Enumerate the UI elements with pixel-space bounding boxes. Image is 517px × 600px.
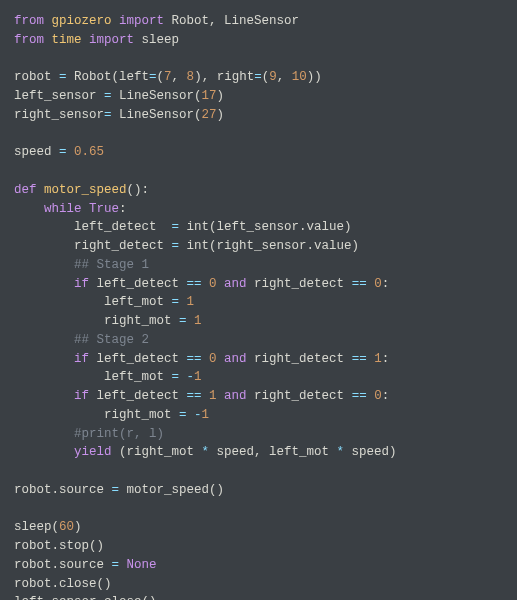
code-token: : xyxy=(382,352,390,366)
code-token: speed xyxy=(14,145,59,159)
code-token: == xyxy=(352,277,375,291)
code-token: robot.source xyxy=(14,483,112,497)
code-token: ) xyxy=(217,89,225,103)
code-token: LineSensor( xyxy=(119,89,202,103)
code-token: LineSensor( xyxy=(119,108,202,122)
code-token: from xyxy=(14,14,52,28)
code-token xyxy=(217,277,225,291)
code-token: robot.source xyxy=(14,558,112,572)
code-token: = xyxy=(172,220,187,234)
code-token: 8 xyxy=(187,70,195,84)
code-token: 0 xyxy=(374,389,382,403)
code-token: ) xyxy=(217,108,225,122)
code-token: robot.close() xyxy=(14,577,112,591)
code-token: and xyxy=(224,389,254,403)
code-token: while xyxy=(44,202,89,216)
code-token: right_mot xyxy=(14,314,179,328)
code-token: speed) xyxy=(352,445,397,459)
code-token: right_detect xyxy=(254,277,352,291)
code-token: left_detect xyxy=(97,389,187,403)
code-token: from xyxy=(14,33,52,47)
code-token: ) xyxy=(74,520,82,534)
code-token: if xyxy=(74,352,97,366)
code-token: 1 xyxy=(374,352,382,366)
code-token: sleep xyxy=(142,33,180,47)
code-token: left_mot xyxy=(14,370,172,384)
code-token xyxy=(217,389,225,403)
code-token: 1 xyxy=(194,370,202,384)
code-token: robot.stop() xyxy=(14,539,104,553)
code-block: from gpiozero import Robot, LineSensor f… xyxy=(0,0,517,600)
code-token: = xyxy=(172,370,187,384)
code-token: and xyxy=(224,352,254,366)
code-token: sleep( xyxy=(14,520,59,534)
code-token: yield xyxy=(74,445,119,459)
code-token: = xyxy=(149,70,157,84)
code-token: : xyxy=(382,277,390,291)
code-token: and xyxy=(224,277,254,291)
code-token xyxy=(14,427,74,441)
code-token xyxy=(14,202,44,216)
code-token: 9 xyxy=(269,70,277,84)
code-token xyxy=(14,277,74,291)
code-token: robot xyxy=(14,70,59,84)
code-token xyxy=(14,333,74,347)
code-token: (): xyxy=(127,183,150,197)
code-token: def xyxy=(14,183,44,197)
code-token: gpiozero xyxy=(52,14,120,28)
code-token: time xyxy=(52,33,90,47)
code-token: : xyxy=(119,202,127,216)
code-token: == xyxy=(187,352,210,366)
code-token: , xyxy=(172,70,187,84)
code-token: left_sensor.close() xyxy=(14,595,157,600)
code-token: = xyxy=(59,145,74,159)
code-token: Robot(left xyxy=(74,70,149,84)
code-token: left_detect xyxy=(14,220,172,234)
code-token: = xyxy=(112,483,127,497)
code-token: )) xyxy=(307,70,322,84)
code-token: ( xyxy=(157,70,165,84)
code-token: 0.65 xyxy=(74,145,104,159)
code-token: = xyxy=(179,408,194,422)
code-token: import xyxy=(89,33,142,47)
code-token: 1 xyxy=(187,295,195,309)
code-token: motor_speed() xyxy=(127,483,225,497)
code-token: speed, left_mot xyxy=(217,445,337,459)
code-token: = xyxy=(172,239,187,253)
code-token: = xyxy=(104,108,119,122)
code-token: right_sensor xyxy=(14,108,104,122)
code-token: = xyxy=(254,70,262,84)
code-token: == xyxy=(352,389,375,403)
code-token: , xyxy=(277,70,292,84)
code-token: = xyxy=(112,558,127,572)
code-token: 1 xyxy=(194,314,202,328)
code-token: motor_speed xyxy=(44,183,127,197)
code-token: True xyxy=(89,202,119,216)
code-token: left_sensor xyxy=(14,89,104,103)
code-token: 10 xyxy=(292,70,307,84)
code-token xyxy=(14,352,74,366)
code-token xyxy=(14,389,74,403)
code-token: = xyxy=(179,314,194,328)
code-token: * xyxy=(202,445,217,459)
code-token: int(right_sensor.value) xyxy=(187,239,360,253)
code-token: = xyxy=(172,295,187,309)
code-token: ## Stage 2 xyxy=(74,333,149,347)
code-token: #print(r, l) xyxy=(74,427,164,441)
code-token: if xyxy=(74,389,97,403)
code-token: - xyxy=(187,370,195,384)
code-token: == xyxy=(187,389,210,403)
code-token: - xyxy=(194,408,202,422)
code-token: 0 xyxy=(209,277,217,291)
code-token: == xyxy=(352,352,375,366)
code-token: import xyxy=(119,14,172,28)
code-token: == xyxy=(187,277,210,291)
code-token: (right_mot xyxy=(119,445,202,459)
code-token: * xyxy=(337,445,352,459)
code-token: int(left_sensor.value) xyxy=(187,220,352,234)
code-token: left_detect xyxy=(97,277,187,291)
code-token: 1 xyxy=(202,408,210,422)
code-token: left_mot xyxy=(14,295,172,309)
code-token: ), right xyxy=(194,70,254,84)
code-token: right_detect xyxy=(254,352,352,366)
